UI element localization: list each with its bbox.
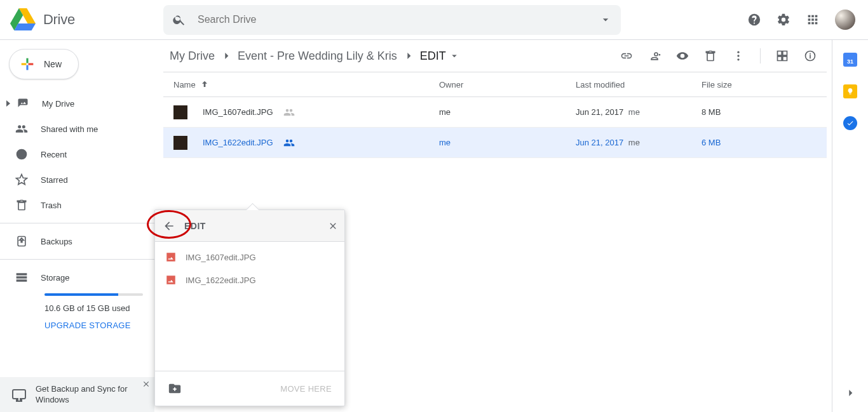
promo-close-icon[interactable] [142,380,151,389]
sidebar-item-my-drive[interactable]: My Drive [0,91,154,116]
drive-logo[interactable]: Drive [8,7,163,32]
calendar-addon-icon[interactable]: 31 [843,53,857,67]
shared-icon [15,123,28,135]
storage-bar [44,293,143,296]
sidebar-item-label: Backups [41,237,72,246]
sidebar-item-recent[interactable]: Recent [0,142,154,167]
preview-icon[interactable] [676,50,689,62]
help-icon[interactable] [747,13,761,27]
column-owner[interactable]: Owner [439,80,576,90]
expand-icon[interactable] [5,99,11,109]
file-thumb [173,136,187,150]
sidebar-item-label: My Drive [42,99,74,109]
sidebar-item-label: Shared with me [41,124,98,134]
breadcrumb-parent[interactable]: Event - Pre Wedding Lily & Kris [238,50,397,63]
column-modified[interactable]: Last modified [576,80,702,90]
storage-icon [15,271,28,284]
popover-item[interactable]: IMG_1622edit.JPG [155,269,344,291]
chevron-right-icon [220,50,233,62]
table-header: Name Owner Last modified File size [163,72,827,97]
share-icon[interactable] [648,50,661,62]
sidebar-item-trash[interactable]: Trash [0,192,154,218]
file-modified: Jun 21, 2017 me [576,138,702,147]
breadcrumb-root[interactable]: My Drive [170,50,215,63]
new-plus-icon [18,55,36,73]
close-icon[interactable] [328,221,338,231]
shared-indicator-icon [283,137,295,149]
search-options-icon[interactable] [599,13,612,26]
app-name: Drive [43,11,75,28]
tasks-addon-icon[interactable] [843,116,857,130]
popover-item-name: IMG_1607edit.JPG [186,253,256,262]
file-owner: me [439,107,576,117]
chevron-right-icon[interactable] [844,387,857,399]
popover-item[interactable]: IMG_1607edit.JPG [155,246,344,269]
search-bar[interactable] [163,5,621,35]
file-size: 6 MB [702,138,817,147]
svg-point-1 [737,55,739,56]
toolbar: My Drive Event - Pre Wedding Lily & Kris… [154,40,832,72]
file-thumb [173,105,187,119]
breadcrumb-current[interactable]: EDIT [420,50,446,63]
link-icon[interactable] [620,50,633,62]
new-button[interactable]: New [9,49,79,79]
desktop-icon [11,387,27,402]
shared-indicator-icon [283,107,295,118]
toolbar-separator [760,48,761,63]
drive-logo-icon [10,7,36,32]
file-name: IMG_1622edit.JPG [203,138,273,147]
file-size: 8 MB [702,107,817,117]
file-owner: me [439,138,576,147]
sidebar-item-backups[interactable]: Backups [0,229,154,254]
sidebar-item-shared[interactable]: Shared with me [0,116,154,142]
back-arrow-icon[interactable] [163,220,175,232]
storage-text: 10.6 GB of 15 GB used [44,303,154,313]
file-name: IMG_1607edit.JPG [203,107,273,117]
storage-label: Storage [41,273,70,282]
settings-icon[interactable] [776,13,790,27]
grid-view-icon[interactable] [776,50,789,62]
svg-point-2 [737,58,739,60]
more-icon[interactable] [732,50,745,62]
column-size[interactable]: File size [702,80,817,90]
sidebar-item-label: Trash [41,201,62,210]
breadcrumb: My Drive Event - Pre Wedding Lily & Kris… [170,50,460,63]
file-row[interactable]: IMG_1607edit.JPG me Jun 21, 2017 me 8 MB [163,97,827,128]
promo-banner[interactable]: Get Backup and Sync for Windows [0,377,154,412]
image-icon [165,274,177,286]
new-button-label: New [44,59,62,69]
file-row[interactable]: IMG_1622edit.JPG me Jun 21, 2017 me 6 MB [163,128,827,158]
upgrade-storage-link[interactable]: UPGRADE STORAGE [44,321,154,330]
sidebar-item-label: Recent [41,150,67,159]
sort-arrow-up-icon [200,79,210,90]
keep-addon-icon[interactable] [843,84,857,98]
sidebar-item-starred[interactable]: Starred [0,167,154,192]
promo-text: Get Backup and Sync for Windows [36,384,131,406]
move-here-button[interactable]: MOVE HERE [280,384,332,394]
image-icon [165,251,177,263]
account-avatar[interactable] [835,10,855,30]
apps-icon[interactable] [806,13,820,27]
search-icon [172,13,186,27]
backups-icon [15,235,28,248]
file-modified: Jun 21, 2017 me [576,107,702,117]
popover-item-name: IMG_1622edit.JPG [186,276,256,285]
new-folder-icon[interactable] [168,382,182,395]
chevron-right-icon [402,50,415,62]
sidebar-item-storage[interactable]: Storage [0,265,154,290]
delete-icon[interactable] [704,50,717,62]
svg-point-0 [737,51,739,53]
popover-title: EDIT [184,221,206,231]
search-input[interactable] [198,14,599,25]
sidebar-item-label: Starred [41,175,68,185]
chevron-down-icon[interactable] [449,50,460,62]
recent-icon [15,148,28,161]
starred-icon [15,173,28,186]
my-drive-icon [17,97,29,110]
details-icon[interactable] [804,50,817,62]
move-popover: EDIT IMG_1607edit.JPG IMG_1622edit.JPG M… [154,209,345,406]
column-name[interactable]: Name [173,79,439,90]
trash-icon [15,199,28,211]
